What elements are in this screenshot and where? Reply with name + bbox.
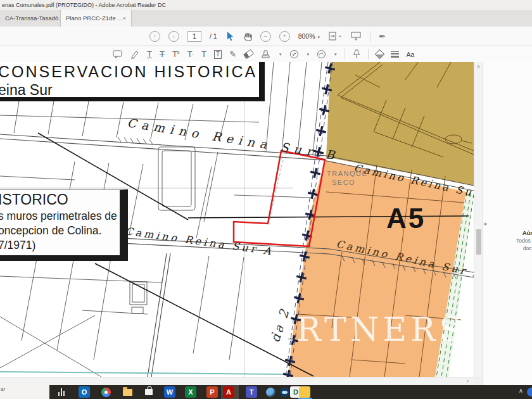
select-tool-icon[interactable] — [225, 31, 234, 41]
excel-icon[interactable]: X — [185, 386, 196, 398]
text-box-icon[interactable]: T — [214, 50, 222, 59]
label-tranque-2: SECO — [332, 179, 355, 186]
stamp-tool-icon[interactable] — [261, 49, 271, 59]
note-line: oncepcion de Colina. — [0, 224, 120, 238]
eraser-tool-icon[interactable] — [243, 49, 254, 60]
note-line: s muros perimetrales de — [0, 210, 120, 223]
teams-icon[interactable]: T — [246, 386, 257, 398]
outlook-icon[interactable]: O — [79, 386, 90, 398]
note-line: CONSERVACION HISTORICA — [0, 63, 259, 81]
fit-window-icon[interactable] — [350, 31, 362, 41]
sticky-notes-icon[interactable] — [299, 386, 310, 398]
strikethrough-text-icon[interactable]: T — [160, 50, 165, 58]
label-camino-reina-sur-a-left: Camino Reina Sur A — [124, 225, 274, 258]
note-line: eina Sur — [0, 82, 259, 99]
panel-collapse-icon[interactable]: ▸ — [484, 220, 488, 227]
chevron-down-icon: ▾ — [317, 35, 320, 39]
horizontal-scrollbar[interactable]: › — [0, 377, 474, 385]
next-page-button[interactable]: ↓ — [168, 31, 179, 42]
search-text-fragment: ar — [1, 386, 5, 392]
underline-text-icon[interactable]: T — [147, 50, 152, 58]
sign-tool-icon[interactable]: ✒ — [379, 32, 386, 41]
main-toolbar: ↑ ↓ 1 / 1 − + 800% ▾ ✒ — [0, 27, 532, 46]
toolbar-divider — [368, 49, 369, 60]
chevron-down-icon[interactable]: ▾ — [307, 52, 310, 57]
page-number-input[interactable]: 1 — [187, 31, 201, 42]
panel-empty-message: Aún no Todos los con docume — [488, 229, 532, 251]
window-titlebar: enas Comunales.pdf (PROTEGIDO) - Adobe A… — [0, 0, 532, 10]
zoom-out-button[interactable]: − — [260, 31, 271, 42]
attach-file-icon[interactable] — [289, 49, 299, 59]
scroll-right-icon[interactable]: › — [467, 377, 469, 385]
watermark-partners: PARTNERS — [246, 310, 466, 348]
pdf-page[interactable]: Camino Reina Sur B Camino Reina Sur Cami… — [0, 62, 474, 377]
google-earth-icon[interactable] — [265, 386, 276, 398]
powerpoint-icon[interactable]: P — [206, 386, 218, 398]
chrome-icon[interactable] — [100, 386, 111, 398]
document-tabbar: CA-Transsa-Tasadó... × Plano PRCC-Z1de .… — [0, 10, 532, 27]
note-box-historico: ISTORICO s muros perimetrales de oncepci… — [0, 189, 128, 261]
label-tranque-1: TRANQUE — [327, 170, 367, 177]
toolbar-divider — [345, 49, 345, 60]
highlight-text-icon[interactable] — [130, 50, 139, 59]
document-area: Camino Reina Sur B Camino Reina Sur Cami… — [0, 62, 532, 385]
text-properties-button[interactable]: Aa — [407, 51, 415, 58]
scroll-up-icon[interactable]: ∧ — [474, 64, 483, 70]
window-title: enas Comunales.pdf (PROTEGIDO) - Adobe A… — [2, 2, 166, 8]
scrollbar-corner — [474, 377, 483, 385]
sticky-note-icon[interactable] — [113, 50, 122, 59]
teal-boundary-line — [0, 372, 289, 374]
task-view-icon[interactable] — [56, 386, 67, 398]
vertical-scrollbar-thumb[interactable] — [476, 229, 481, 255]
fit-page-icon[interactable] — [328, 31, 342, 41]
note-box-conservacion: CONSERVACION HISTORICA eina Sur — [0, 62, 265, 101]
vertical-scrollbar[interactable]: ∧ — [474, 62, 483, 377]
acrobat-reader-icon[interactable]: A — [223, 386, 234, 398]
pencil-tool-icon[interactable]: ✎ — [229, 50, 236, 58]
add-text-icon[interactable]: T — [201, 50, 206, 58]
eye-app-icon[interactable] — [279, 386, 290, 398]
taskbar-search-box[interactable]: ar — [0, 385, 49, 399]
panel-message-title: Aún no — [488, 229, 532, 236]
comments-side-panel: ▸ Aún no Todos los con docume — [483, 62, 532, 385]
show-hidden-icons-button[interactable]: ∧ — [519, 387, 523, 394]
file-explorer-icon[interactable] — [122, 386, 133, 398]
zoom-level-dropdown[interactable]: 800% ▾ — [298, 32, 320, 40]
hand-tool-icon[interactable] — [243, 31, 252, 41]
page-total-label: / 1 — [210, 32, 217, 40]
chevron-down-icon[interactable]: ▾ — [334, 52, 337, 57]
previous-page-button[interactable]: ↑ — [149, 31, 160, 42]
microsoft-store-icon[interactable] — [143, 386, 155, 398]
toolbar-divider — [370, 31, 370, 42]
note-line: ISTORICO — [0, 191, 120, 208]
tab-inactive[interactable]: CA-Transsa-Tasadó... — [0, 10, 61, 27]
tray-app-icon[interactable] — [527, 388, 532, 396]
tab-active[interactable]: × Plano PRCC-Z1de ... — [61, 10, 132, 27]
panel-message-text: Todos los con — [488, 238, 532, 244]
label-zone-a5: A5 — [386, 203, 426, 234]
word-icon[interactable]: W — [164, 386, 175, 398]
fill-color-icon[interactable] — [374, 49, 384, 60]
windows-taskbar: ar O W X P A T D ∧ — [0, 385, 532, 399]
chevron-down-icon[interactable]: ▾ — [279, 52, 282, 57]
tab-close-icon[interactable]: × — [122, 10, 126, 27]
insert-text-icon[interactable]: T‸ — [187, 50, 194, 58]
drawing-tools-icon[interactable] — [317, 49, 326, 59]
tab-inactive-label: CA-Transsa-Tasadó... — [5, 15, 61, 22]
zoom-in-button[interactable]: + — [279, 31, 290, 42]
line-thickness-icon[interactable] — [391, 51, 399, 58]
keep-tool-pin-icon[interactable] — [353, 49, 360, 59]
comment-toolbar: T T Tb T‸ T T ✎ ▾ ▾ ▾ Aa — [0, 46, 532, 63]
note-line: 7/1971) — [0, 239, 120, 252]
replace-text-icon[interactable]: Tb — [172, 50, 180, 58]
tab-active-label: Plano PRCC-Z1de ... — [66, 15, 122, 22]
panel-message-text: docume — [488, 245, 532, 251]
